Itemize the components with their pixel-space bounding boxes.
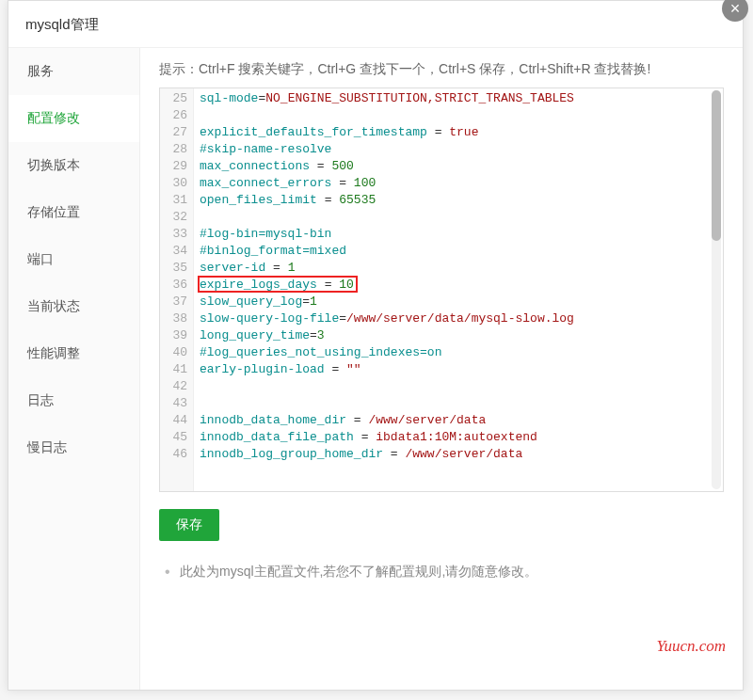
- code-line[interactable]: [200, 395, 717, 412]
- dialog-title: mysqld管理: [8, 1, 743, 48]
- vertical-scrollbar[interactable]: [712, 90, 721, 489]
- line-number: 33: [164, 226, 187, 243]
- line-number: 27: [164, 124, 187, 141]
- sidebar-item[interactable]: 服务: [8, 48, 139, 95]
- code-line[interactable]: [200, 107, 717, 124]
- main-panel: 提示：Ctrl+F 搜索关键字，Ctrl+G 查找下一个，Ctrl+S 保存，C…: [140, 48, 743, 690]
- code-line[interactable]: [200, 209, 717, 226]
- code-line[interactable]: sql-mode=NO_ENGINE_SUBSTITUTION,STRICT_T…: [200, 90, 717, 107]
- line-number: 26: [164, 107, 187, 124]
- sidebar-item[interactable]: 切换版本: [8, 142, 139, 189]
- line-number: 46: [164, 446, 187, 463]
- line-number: 29: [164, 158, 187, 175]
- save-button[interactable]: 保存: [159, 509, 219, 541]
- code-line[interactable]: #log-bin=mysql-bin: [200, 226, 717, 243]
- code-line[interactable]: [200, 378, 717, 395]
- watermark: Yuucn.com: [656, 637, 726, 656]
- code-line[interactable]: innodb_data_file_path = ibdata1:10M:auto…: [200, 429, 717, 446]
- line-number: 30: [164, 175, 187, 192]
- code-line[interactable]: max_connect_errors = 100: [200, 175, 717, 192]
- note-item: 此处为mysql主配置文件,若您不了解配置规则,请勿随意修改。: [163, 564, 724, 581]
- sidebar: 服务配置修改切换版本存储位置端口当前状态性能调整日志慢日志: [8, 48, 140, 690]
- sidebar-item[interactable]: 当前状态: [8, 283, 139, 330]
- line-number: 44: [164, 412, 187, 429]
- code-line[interactable]: expire_logs_days = 10: [200, 277, 717, 294]
- line-number: 31: [164, 192, 187, 209]
- line-number: 38: [164, 310, 187, 327]
- line-number: 36: [164, 277, 187, 294]
- line-number: 37: [164, 294, 187, 310]
- line-number: 25: [164, 90, 187, 107]
- line-number: 43: [164, 395, 187, 412]
- line-gutter: 2526272829303132333435363738394041424344…: [160, 88, 194, 491]
- line-number: 34: [164, 243, 187, 260]
- code-line[interactable]: open_files_limit = 65535: [200, 192, 717, 209]
- close-icon: ×: [730, 0, 741, 19]
- note-list: 此处为mysql主配置文件,若您不了解配置规则,请勿随意修改。: [159, 564, 724, 581]
- code-line[interactable]: early-plugin-load = "": [200, 361, 717, 378]
- sidebar-item[interactable]: 日志: [8, 377, 139, 424]
- hint-text: 提示：Ctrl+F 搜索关键字，Ctrl+G 查找下一个，Ctrl+S 保存，C…: [159, 61, 724, 78]
- code-line[interactable]: slow-query-log-file=/www/server/data/mys…: [200, 310, 717, 327]
- scrollbar-thumb[interactable]: [712, 90, 721, 241]
- line-number: 42: [164, 378, 187, 395]
- sidebar-item[interactable]: 存储位置: [8, 189, 139, 236]
- line-number: 32: [164, 209, 187, 226]
- line-number: 40: [164, 344, 187, 361]
- dialog-body: 服务配置修改切换版本存储位置端口当前状态性能调整日志慢日志 提示：Ctrl+F …: [8, 48, 743, 690]
- code-area[interactable]: sql-mode=NO_ENGINE_SUBSTITUTION,STRICT_T…: [194, 88, 723, 491]
- line-number: 41: [164, 361, 187, 378]
- close-button[interactable]: ×: [722, 0, 748, 22]
- code-line[interactable]: #log_queries_not_using_indexes=on: [200, 344, 717, 361]
- actions: 保存: [159, 509, 724, 541]
- code-line[interactable]: #skip-name-resolve: [200, 141, 717, 158]
- editor-inner: 2526272829303132333435363738394041424344…: [160, 88, 723, 491]
- sidebar-item[interactable]: 端口: [8, 236, 139, 283]
- code-line[interactable]: #binlog_format=mixed: [200, 243, 717, 260]
- dialog: × mysqld管理 服务配置修改切换版本存储位置端口当前状态性能调整日志慢日志…: [8, 0, 744, 691]
- code-line[interactable]: innodb_data_home_dir = /www/server/data: [200, 412, 717, 429]
- code-line[interactable]: slow_query_log=1: [200, 294, 717, 310]
- code-line[interactable]: long_query_time=3: [200, 327, 717, 344]
- line-number: 45: [164, 429, 187, 446]
- code-line[interactable]: innodb_log_group_home_dir = /www/server/…: [200, 446, 717, 463]
- line-number: 35: [164, 260, 187, 277]
- code-line[interactable]: explicit_defaults_for_timestamp = true: [200, 124, 717, 141]
- sidebar-item[interactable]: 慢日志: [8, 424, 139, 471]
- line-number: 28: [164, 141, 187, 158]
- sidebar-item[interactable]: 性能调整: [8, 330, 139, 377]
- line-number: 39: [164, 327, 187, 344]
- code-editor[interactable]: 2526272829303132333435363738394041424344…: [159, 88, 724, 492]
- sidebar-item[interactable]: 配置修改: [8, 95, 139, 142]
- code-line[interactable]: max_connections = 500: [200, 158, 717, 175]
- code-line[interactable]: server-id = 1: [200, 260, 717, 277]
